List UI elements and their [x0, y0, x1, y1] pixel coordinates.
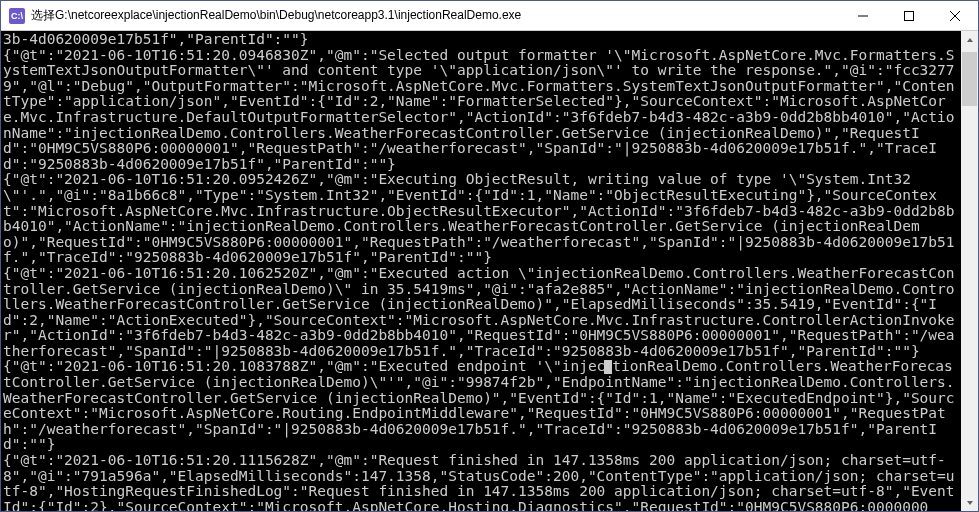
console-line: {"@t":"2021-06-10T16:51:20.1083788Z","@m…: [3, 358, 605, 374]
svg-rect-1: [905, 11, 914, 20]
console-line: 3b-4d0620009e17b51f","ParentId":""}: [3, 31, 309, 47]
close-button[interactable]: [932, 1, 978, 30]
maximize-button[interactable]: [886, 1, 932, 30]
window-title: 选择G:\netcoreexplace\injectionRealDemo\bi…: [31, 7, 840, 24]
titlebar[interactable]: C:\ 选择G:\netcoreexplace\injectionRealDem…: [1, 1, 978, 31]
app-icon: C:\: [9, 8, 25, 24]
svg-marker-4: [967, 38, 973, 42]
minimize-button[interactable]: [840, 1, 886, 30]
console-line: {"@t":"2021-06-10T16:51:20.0952426Z","@m…: [3, 171, 955, 265]
console-line: {"@t":"2021-06-10T16:51:20.0946830Z","@m…: [3, 47, 955, 172]
console-area: 3b-4d0620009e17b51f","ParentId":""} {"@t…: [1, 31, 978, 511]
svg-rect-0: [858, 15, 868, 16]
console-window: C:\ 选择G:\netcoreexplace\injectionRealDem…: [0, 0, 979, 512]
svg-marker-5: [967, 501, 973, 505]
console-line: {"@t":"2021-06-10T16:51:20.1115628Z","@m…: [3, 452, 955, 511]
scroll-up-button[interactable]: [961, 31, 978, 48]
scroll-down-button[interactable]: [961, 494, 978, 511]
scroll-thumb[interactable]: [962, 52, 977, 106]
console-line: {"@t":"2021-06-10T16:51:20.1062520Z","@m…: [3, 265, 955, 359]
window-controls: [840, 1, 978, 30]
scroll-track[interactable]: [961, 48, 978, 494]
vertical-scrollbar[interactable]: [961, 31, 978, 511]
console-output[interactable]: 3b-4d0620009e17b51f","ParentId":""} {"@t…: [1, 31, 961, 511]
